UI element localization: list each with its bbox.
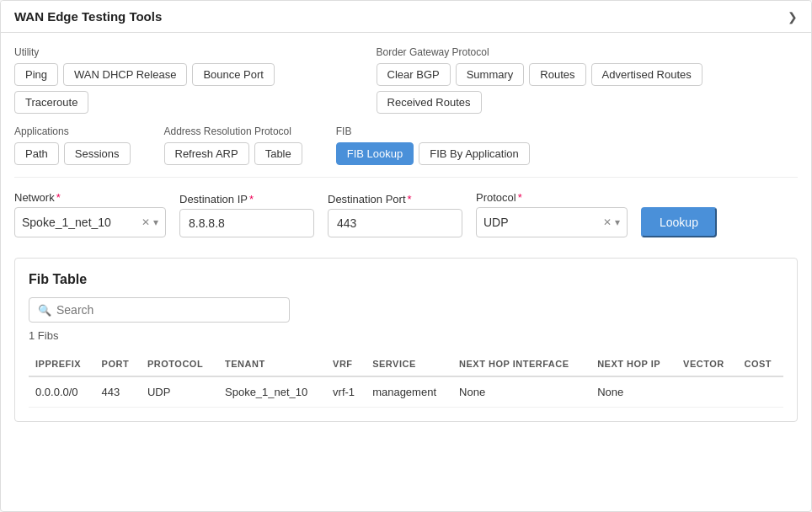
protocol-value: UDP	[483, 216, 603, 229]
col-port: PORT	[95, 352, 141, 376]
network-label: Network*	[14, 191, 166, 204]
table-cell: Spoke_1_net_10	[218, 376, 326, 408]
divider	[14, 177, 798, 178]
applications-btn-group: Path Sessions	[14, 142, 131, 165]
dest-port-input[interactable]	[328, 209, 462, 237]
table-cell: None	[452, 376, 590, 408]
fib-table-header-row: IPPREFIX PORT PROTOCOL TENANT VRF SERVIC…	[29, 352, 783, 376]
table-cell: 0.0.0.0/0	[29, 376, 95, 408]
fib-by-application-button[interactable]: FIB By Application	[419, 142, 530, 165]
search-input[interactable]	[56, 303, 280, 317]
arp-btn-group: Refresh ARP Table	[164, 142, 302, 165]
ping-button[interactable]: Ping	[14, 63, 58, 86]
path-button[interactable]: Path	[14, 142, 59, 165]
col-protocol: PROTOCOL	[141, 352, 218, 376]
wan-edge-testing-panel: WAN Edge Testing Tools ❯ Utility Ping WA…	[0, 0, 812, 512]
fibs-count: 1 Fibs	[29, 329, 783, 342]
panel-header: WAN Edge Testing Tools ❯	[1, 1, 811, 33]
col-next-hop-interface: NEXT HOP INTERFACE	[452, 352, 590, 376]
col-tenant: TENANT	[218, 352, 326, 376]
protocol-select[interactable]: UDP ✕ ▾	[476, 207, 628, 237]
routes-button[interactable]: Routes	[529, 63, 585, 86]
table-cell	[676, 376, 737, 408]
fib-table-body: 0.0.0.0/0443UDPSpoke_1_net_10vrf-1manage…	[29, 376, 783, 408]
utility-group: Utility Ping WAN DHCP Release Bounce Por…	[14, 46, 343, 114]
search-icon: 🔍	[38, 304, 51, 317]
col-service: SERVICE	[366, 352, 452, 376]
network-value: Spoke_1_net_10	[22, 216, 142, 229]
refresh-arp-button[interactable]: Refresh ARP	[164, 142, 249, 165]
traceroute-button[interactable]: Traceroute	[14, 91, 88, 114]
fib-table-section: Fib Table 🔍 1 Fibs IPPREFIX PORT PROTOCO…	[14, 258, 798, 422]
bgp-group: Border Gateway Protocol Clear BGP Summar…	[377, 46, 798, 114]
dest-port-label: Destination Port*	[328, 193, 462, 205]
search-bar[interactable]: 🔍	[29, 297, 290, 323]
dest-ip-input[interactable]	[179, 209, 314, 237]
col-vrf: VRF	[326, 352, 366, 376]
dest-ip-label: Destination IP*	[179, 193, 314, 205]
toolbar-section: Utility Ping WAN DHCP Release Bounce Por…	[14, 46, 798, 114]
applications-group: Applications Path Sessions	[14, 125, 131, 165]
protocol-label: Protocol*	[476, 191, 628, 204]
toolbar-section-2: Applications Path Sessions Address Resol…	[14, 125, 798, 165]
table-cell: vrf-1	[326, 376, 366, 408]
network-field: Network* Spoke_1_net_10 ✕ ▾	[14, 191, 166, 237]
col-ipprefix: IPPREFIX	[29, 352, 95, 376]
dest-port-field: Destination Port*	[328, 193, 462, 237]
received-routes-button[interactable]: Received Routes	[377, 91, 482, 114]
form-section: Network* Spoke_1_net_10 ✕ ▾ Destination …	[14, 191, 798, 237]
table-cell: 443	[95, 376, 141, 408]
network-clear-icon[interactable]: ✕	[142, 216, 150, 228]
protocol-clear-icon[interactable]: ✕	[603, 216, 612, 228]
dest-ip-field: Destination IP*	[179, 193, 314, 237]
fib-table: IPPREFIX PORT PROTOCOL TENANT VRF SERVIC…	[29, 352, 783, 408]
clear-bgp-button[interactable]: Clear BGP	[377, 63, 451, 86]
fib-btn-group: FIB Lookup FIB By Application	[336, 142, 530, 165]
utility-label: Utility	[14, 46, 343, 58]
arp-label: Address Resolution Protocol	[164, 125, 302, 137]
panel-title: WAN Edge Testing Tools	[14, 9, 162, 24]
network-select[interactable]: Spoke_1_net_10 ✕ ▾	[14, 207, 166, 237]
bgp-btn-group: Clear BGP Summary Routes Advertised Rout…	[377, 63, 798, 114]
col-next-hop-ip: NEXT HOP IP	[590, 352, 676, 376]
bgp-label: Border Gateway Protocol	[377, 46, 798, 58]
col-vector: VECTOR	[676, 352, 737, 376]
lookup-button[interactable]: Lookup	[641, 207, 717, 237]
table-cell	[738, 376, 783, 408]
panel-expand-icon[interactable]: ❯	[788, 10, 798, 24]
wan-dhcp-release-button[interactable]: WAN DHCP Release	[63, 63, 187, 86]
table-row: 0.0.0.0/0443UDPSpoke_1_net_10vrf-1manage…	[29, 376, 783, 408]
protocol-chevron-icon[interactable]: ▾	[615, 216, 620, 228]
fib-label: FIB	[336, 125, 530, 137]
fib-table-title: Fib Table	[29, 272, 783, 287]
table-button[interactable]: Table	[254, 142, 302, 165]
arp-group: Address Resolution Protocol Refresh ARP …	[164, 125, 302, 165]
col-cost: COST	[738, 352, 783, 376]
advertised-routes-button[interactable]: Advertised Routes	[591, 63, 702, 86]
fib-lookup-button[interactable]: FIB Lookup	[336, 142, 414, 165]
table-cell: management	[366, 376, 452, 408]
network-chevron-icon[interactable]: ▾	[153, 216, 158, 228]
bounce-port-button[interactable]: Bounce Port	[192, 63, 275, 86]
table-cell: UDP	[141, 376, 218, 408]
sessions-button[interactable]: Sessions	[64, 142, 131, 165]
summary-button[interactable]: Summary	[456, 63, 525, 86]
applications-label: Applications	[14, 125, 131, 137]
utility-btn-group: Ping WAN DHCP Release Bounce Port Tracer…	[14, 63, 343, 114]
protocol-field: Protocol* UDP ✕ ▾	[476, 191, 628, 237]
fib-table-head: IPPREFIX PORT PROTOCOL TENANT VRF SERVIC…	[29, 352, 783, 376]
fib-group: FIB FIB Lookup FIB By Application	[336, 125, 530, 165]
table-cell: None	[590, 376, 676, 408]
panel-body: Utility Ping WAN DHCP Release Bounce Por…	[1, 33, 811, 435]
